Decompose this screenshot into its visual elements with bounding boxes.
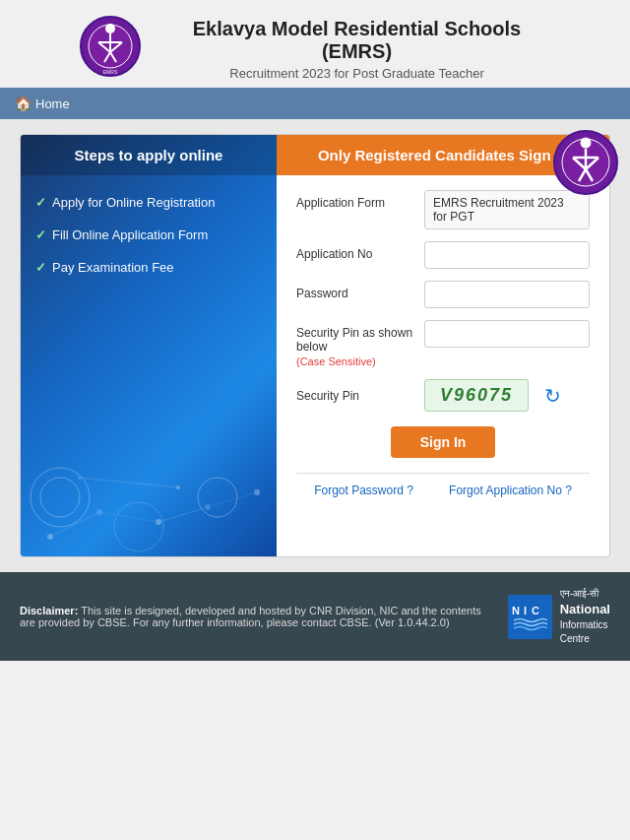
svg-text:EMRS: EMRS bbox=[103, 69, 118, 75]
svg-point-19 bbox=[31, 468, 90, 527]
left-panel-title: Steps to apply online bbox=[35, 147, 262, 163]
step-item-1: ✓ Apply for Online Registration bbox=[35, 195, 262, 210]
step-label-2: Fill Online Application Form bbox=[52, 227, 208, 242]
svg-text:N: N bbox=[512, 605, 520, 616]
header-subtitle: Recruitment 2023 for Post Graduate Teach… bbox=[162, 66, 551, 81]
svg-text:C: C bbox=[532, 605, 539, 616]
forgot-application-link[interactable]: Forgot Application No ? bbox=[449, 484, 572, 497]
step-item-3: ✓ Pay Examination Fee bbox=[35, 260, 262, 275]
svg-line-31 bbox=[208, 492, 257, 507]
svg-point-23 bbox=[47, 534, 53, 540]
svg-line-34 bbox=[80, 478, 178, 487]
security-pin-as-shown-row: Security Pin as shown below (Case Sensit… bbox=[296, 320, 590, 367]
svg-line-29 bbox=[99, 512, 158, 522]
home-icon: 🏠 bbox=[15, 96, 32, 111]
home-link[interactable]: 🏠 Home bbox=[15, 96, 70, 111]
forgot-row: Forgot Password ? Forgot Application No … bbox=[296, 484, 590, 497]
svg-point-24 bbox=[96, 509, 102, 515]
header: EMRS Eklavya Model Residential Schools (… bbox=[0, 0, 630, 88]
svg-point-20 bbox=[40, 478, 80, 517]
case-sensitive-text: (Case Sensitive) bbox=[296, 355, 414, 367]
footer-text: Disclaimer: This site is designed, devel… bbox=[20, 605, 488, 628]
logo-left: EMRS bbox=[79, 15, 143, 83]
refresh-captcha-button[interactable]: ↻ bbox=[538, 382, 566, 410]
disclaimer-title: Disclaimer: bbox=[20, 605, 78, 616]
header-title: Eklavya Model Residential Schools (EMRS) bbox=[162, 18, 551, 63]
checkmark-1: ✓ bbox=[35, 195, 46, 210]
main-content: Steps to apply online ✓ Apply for Online… bbox=[0, 119, 630, 572]
svg-point-2 bbox=[105, 24, 115, 33]
checkmark-2: ✓ bbox=[35, 227, 46, 242]
password-input[interactable] bbox=[424, 281, 590, 308]
svg-point-25 bbox=[156, 519, 161, 525]
security-pin-label1: Security Pin as shown below (Case Sensit… bbox=[296, 320, 414, 367]
application-no-row: Application No bbox=[296, 241, 590, 269]
application-form-row: Application Form EMRS Recruitment 2023 f… bbox=[296, 190, 590, 229]
signin-row: Sign In bbox=[296, 426, 590, 458]
svg-text:I: I bbox=[524, 605, 527, 616]
home-label: Home bbox=[35, 97, 70, 111]
security-pin-display-row: Security Pin V96075 ↻ bbox=[296, 379, 590, 412]
nic-badge: N I C bbox=[508, 595, 552, 639]
security-pin-label2: Security Pin bbox=[296, 389, 414, 403]
signin-button[interactable]: Sign In bbox=[391, 426, 496, 458]
application-no-label: Application No bbox=[296, 241, 414, 261]
password-label: Password bbox=[296, 281, 414, 300]
divider bbox=[296, 473, 590, 474]
left-panel-header: Steps to apply online bbox=[21, 135, 277, 175]
nic-centre: Centre bbox=[560, 632, 610, 646]
nic-text: एन-आई-सी National Informatics Centre bbox=[560, 587, 610, 646]
step-label-3: Pay Examination Fee bbox=[52, 260, 174, 275]
step-item-2: ✓ Fill Online Application Form bbox=[35, 227, 262, 242]
logo-right bbox=[551, 128, 620, 201]
svg-point-33 bbox=[176, 485, 180, 489]
step-label-1: Apply for Online Registration bbox=[52, 195, 215, 210]
header-wrapper: EMRS Eklavya Model Residential Schools (… bbox=[0, 0, 630, 88]
svg-point-22 bbox=[198, 478, 237, 517]
svg-point-27 bbox=[254, 489, 260, 495]
application-form-label: Application Form bbox=[296, 190, 414, 210]
checkmark-3: ✓ bbox=[35, 260, 46, 275]
svg-line-28 bbox=[50, 512, 99, 537]
svg-line-30 bbox=[158, 507, 208, 522]
nic-hindi: एन-आई-सी bbox=[560, 587, 610, 601]
forgot-password-link[interactable]: Forgot Password ? bbox=[314, 484, 413, 497]
svg-point-26 bbox=[205, 504, 211, 510]
content-box: Steps to apply online ✓ Apply for Online… bbox=[20, 134, 610, 557]
security-pin-input[interactable] bbox=[424, 320, 590, 348]
right-panel-body: Application Form EMRS Recruitment 2023 f… bbox=[277, 175, 609, 512]
footer: Disclaimer: This site is designed, devel… bbox=[0, 572, 630, 661]
nic-informatics: Informatics bbox=[560, 618, 610, 632]
disclaimer-text: This site is designed, developed and hos… bbox=[20, 605, 481, 628]
right-panel-title: Only Registered Candidates Sign In bbox=[291, 147, 595, 163]
header-text: Eklavya Model Residential Schools (EMRS)… bbox=[162, 18, 551, 81]
svg-point-12 bbox=[581, 138, 592, 149]
nic-national: National bbox=[560, 601, 610, 618]
left-panel: Steps to apply online ✓ Apply for Online… bbox=[21, 135, 277, 556]
svg-point-32 bbox=[78, 476, 82, 480]
password-row: Password bbox=[296, 281, 590, 308]
application-no-input[interactable] bbox=[424, 241, 590, 269]
svg-point-21 bbox=[114, 502, 163, 551]
nic-logo: N I C एन-आई-सी National Informatics Cent… bbox=[508, 587, 610, 646]
left-panel-body: ✓ Apply for Online Registration ✓ Fill O… bbox=[21, 175, 277, 312]
security-pin-value: V96075 bbox=[424, 379, 529, 412]
navbar: 🏠 Home bbox=[0, 88, 630, 119]
